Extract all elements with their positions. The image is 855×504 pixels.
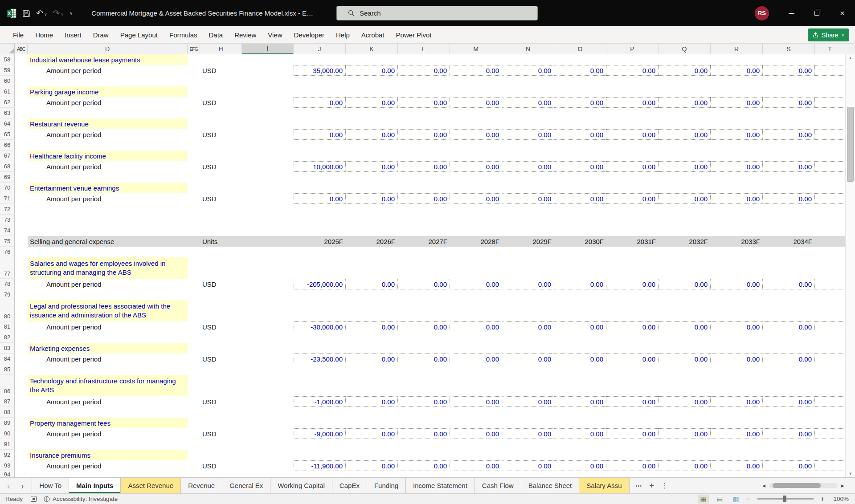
value-cell-Q84[interactable]: 0.00 bbox=[659, 354, 711, 364]
row-label-cell-r62[interactable]: Amount per period bbox=[28, 97, 188, 108]
value-cell-N84[interactable]: 0.00 bbox=[502, 354, 554, 364]
value-cell-O78[interactable]: 0.00 bbox=[554, 279, 606, 289]
row-header-63[interactable]: 63 bbox=[0, 108, 15, 118]
value-cell-R81[interactable]: 0.00 bbox=[711, 321, 763, 332]
excel-app-icon[interactable]: X bbox=[7, 8, 16, 18]
input-label-cell-r92[interactable]: Insurance premiums bbox=[28, 450, 188, 460]
row-header-86[interactable]: 86 bbox=[0, 375, 15, 396]
unit-cell-r59[interactable]: USD bbox=[200, 65, 242, 76]
sheet-tab-salary-assu[interactable]: Salary Assu bbox=[579, 478, 629, 493]
row-header-79[interactable]: 79 bbox=[0, 289, 15, 300]
year-header-2034f[interactable]: 2034F bbox=[763, 236, 815, 247]
value-cell-N93[interactable]: 0.00 bbox=[502, 460, 554, 471]
year-header-2027f[interactable]: 2027F bbox=[398, 236, 450, 247]
value-cell-P59[interactable]: 0.00 bbox=[606, 65, 659, 76]
value-cell-R84[interactable]: 0.00 bbox=[711, 354, 763, 364]
value-cell-P81[interactable]: 0.00 bbox=[606, 321, 659, 332]
page-break-view-button[interactable]: ▥ bbox=[730, 495, 741, 504]
value-cell-P71[interactable]: 0.00 bbox=[606, 193, 659, 204]
input-label-cell-r70[interactable]: Entertainment venue earnings bbox=[28, 183, 188, 193]
row-header-64[interactable]: 64 bbox=[0, 118, 15, 129]
row-header-89[interactable]: 89 bbox=[0, 418, 15, 428]
row-header-65[interactable]: 65 bbox=[0, 129, 15, 140]
value-cell-Q68[interactable]: 0.00 bbox=[659, 161, 711, 172]
scroll-down-icon[interactable]: ▼ bbox=[846, 471, 855, 476]
zoom-out-button[interactable]: − bbox=[746, 495, 750, 503]
share-button[interactable]: Share ∨ bbox=[808, 28, 849, 41]
value-cell-R59[interactable]: 0.00 bbox=[711, 65, 763, 76]
row-label-cell-r78[interactable]: Amount per period bbox=[28, 279, 188, 289]
row-header-73[interactable]: 73 bbox=[0, 215, 15, 225]
unit-cell-r84[interactable]: USD bbox=[200, 354, 242, 364]
value-cell-O65[interactable]: 0.00 bbox=[554, 129, 606, 140]
horizontal-scrollbar[interactable]: ◀ ▶ bbox=[762, 483, 855, 488]
sheet-body[interactable]: 58Industrial warehouse lease payments59A… bbox=[0, 54, 845, 477]
value-cell-Q65[interactable]: 0.00 bbox=[659, 129, 711, 140]
row-header-62[interactable]: 62 bbox=[0, 97, 15, 108]
column-header-t[interactable]: T bbox=[815, 44, 845, 54]
value-cell-T84[interactable] bbox=[815, 354, 845, 364]
next-sheet-button[interactable]: › bbox=[21, 481, 24, 490]
input-label-cell-r86[interactable]: Technology and infrastructure costs for … bbox=[28, 375, 188, 396]
row-label-cell-r90[interactable]: Amount per period bbox=[28, 428, 188, 439]
year-header-2029f[interactable]: 2029F bbox=[502, 236, 554, 247]
input-label-cell-r80[interactable]: Legal and professional fees associated w… bbox=[28, 300, 188, 321]
row-header-83[interactable]: 83 bbox=[0, 343, 15, 354]
value-cell-O59[interactable]: 0.00 bbox=[554, 65, 606, 76]
input-label-cell-r58[interactable]: Industrial warehouse lease payments bbox=[28, 54, 188, 65]
unit-cell-r71[interactable]: USD bbox=[200, 193, 242, 204]
ribbon-tab-developer[interactable]: Developer bbox=[288, 26, 330, 43]
value-cell-P84[interactable]: 0.00 bbox=[606, 354, 659, 364]
row-label-cell-r59[interactable]: Amount per period bbox=[28, 65, 188, 76]
value-cell-R90[interactable]: 0.00 bbox=[711, 428, 763, 439]
value-cell-L62[interactable]: 0.00 bbox=[398, 97, 450, 108]
sheet-tab-main-inputs[interactable]: Main Inputs bbox=[69, 478, 121, 493]
normal-view-button[interactable]: ▦ bbox=[698, 495, 709, 504]
ribbon-tab-review[interactable]: Review bbox=[229, 26, 262, 43]
unit-cell-r78[interactable]: USD bbox=[200, 279, 242, 289]
unit-cell-r65[interactable]: USD bbox=[200, 129, 242, 140]
row-header-87[interactable]: 87 bbox=[0, 396, 15, 407]
row-header-81[interactable]: 81 bbox=[0, 321, 15, 332]
redo-dropdown-icon[interactable]: ∨ bbox=[61, 12, 64, 17]
ribbon-tab-page-layout[interactable]: Page Layout bbox=[115, 26, 164, 43]
row-header-69[interactable]: 69 bbox=[0, 172, 15, 183]
value-cell-M62[interactable]: 0.00 bbox=[450, 97, 502, 108]
value-cell-N65[interactable]: 0.00 bbox=[502, 129, 554, 140]
zoom-slider[interactable] bbox=[757, 498, 814, 500]
value-cell-T90[interactable] bbox=[815, 428, 845, 439]
value-cell-M84[interactable]: 0.00 bbox=[450, 354, 502, 364]
row-header-71[interactable]: 71 bbox=[0, 193, 15, 204]
column-header-m[interactable]: M bbox=[450, 44, 502, 54]
unit-cell-r81[interactable]: USD bbox=[200, 321, 242, 332]
row-header-84[interactable]: 84 bbox=[0, 354, 15, 364]
close-button[interactable]: × bbox=[830, 0, 855, 26]
row-header-91[interactable]: 91 bbox=[0, 439, 15, 450]
value-cell-T81[interactable] bbox=[815, 321, 845, 332]
value-cell-M93[interactable]: 0.00 bbox=[450, 460, 502, 471]
year-header-2033f[interactable]: 2033F bbox=[711, 236, 763, 247]
save-icon[interactable] bbox=[22, 9, 30, 17]
section-title-cell[interactable]: Selling and general expense bbox=[28, 236, 188, 247]
horizontal-scrollbar-thumb[interactable] bbox=[773, 483, 821, 488]
row-header-67[interactable]: 67 bbox=[0, 150, 15, 161]
unit-cell-r87[interactable]: USD bbox=[200, 396, 242, 407]
value-cell-T87[interactable] bbox=[815, 396, 845, 407]
value-cell-L90[interactable]: 0.00 bbox=[398, 428, 450, 439]
undo-dropdown-icon[interactable]: ∨ bbox=[44, 12, 47, 17]
value-cell-L93[interactable]: 0.00 bbox=[398, 460, 450, 471]
year-header-2028f[interactable]: 2028F bbox=[450, 236, 502, 247]
column-header-r[interactable]: R bbox=[711, 44, 763, 54]
value-cell-S68[interactable]: 0.00 bbox=[763, 161, 815, 172]
sheet-tab-how-to[interactable]: How To bbox=[32, 478, 69, 493]
input-label-cell-r77[interactable]: Salaries and wages for employees involve… bbox=[28, 257, 188, 279]
value-cell-N68[interactable]: 0.00 bbox=[502, 161, 554, 172]
value-cell-Q87[interactable]: 0.00 bbox=[659, 396, 711, 407]
row-header-78[interactable]: 78 bbox=[0, 279, 15, 289]
row-header-60[interactable]: 60 bbox=[0, 76, 15, 86]
row-label-cell-r68[interactable]: Amount per period bbox=[28, 161, 188, 172]
value-cell-R93[interactable]: 0.00 bbox=[711, 460, 763, 471]
value-cell-T62[interactable] bbox=[815, 97, 845, 108]
value-cell-S65[interactable]: 0.00 bbox=[763, 129, 815, 140]
value-cell-L59[interactable]: 0.00 bbox=[398, 65, 450, 76]
